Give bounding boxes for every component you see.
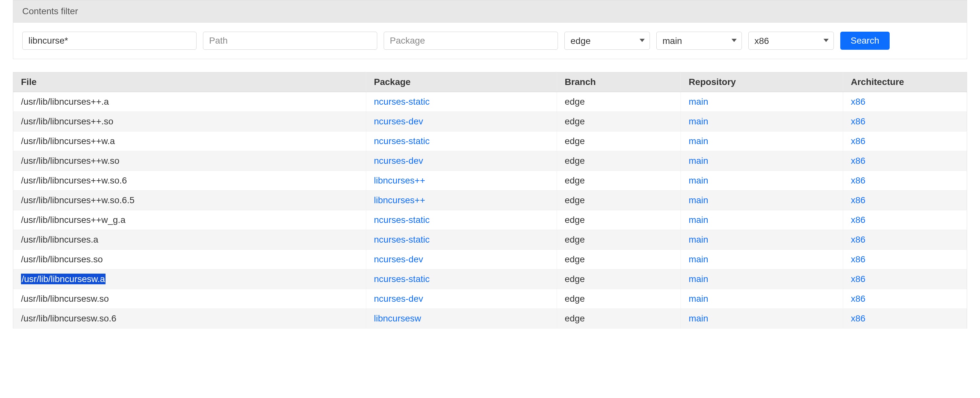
architecture-link[interactable]: x86: [851, 235, 865, 245]
package-link[interactable]: libncurses++: [374, 176, 425, 185]
contents-filter-form: edge main x86 Search: [13, 22, 967, 59]
contents-filter-title: Contents filter: [13, 0, 967, 22]
contents-filter-panel: Contents filter edge main x86 Search: [13, 0, 967, 59]
cell-architecture: x86: [843, 190, 967, 210]
cell-repository: main: [681, 230, 843, 250]
col-header-architecture: Architecture: [843, 72, 967, 92]
cell-package: ncurses-static: [366, 92, 557, 112]
cell-branch: edge: [557, 112, 681, 131]
package-link[interactable]: ncurses-static: [374, 274, 430, 284]
col-header-repository: Repository: [681, 72, 843, 92]
cell-file: /usr/lib/libncursesw.a: [13, 269, 366, 289]
cell-branch: edge: [557, 309, 681, 329]
repository-select[interactable]: main: [656, 32, 742, 50]
package-link[interactable]: ncurses-dev: [374, 254, 423, 264]
cell-package: ncurses-static: [366, 269, 557, 289]
repository-link[interactable]: main: [689, 313, 708, 323]
col-header-package: Package: [366, 72, 557, 92]
repository-link[interactable]: main: [689, 215, 708, 225]
architecture-link[interactable]: x86: [851, 97, 865, 107]
cell-branch: edge: [557, 269, 681, 289]
cell-repository: main: [681, 309, 843, 329]
repository-link[interactable]: main: [689, 116, 708, 126]
highlighted-text: /usr/lib/libncursesw.a: [21, 273, 105, 284]
path-filter-input[interactable]: [203, 32, 377, 50]
repository-link[interactable]: main: [689, 254, 708, 264]
package-link[interactable]: libncurses++: [374, 195, 425, 205]
cell-file: /usr/lib/libncurses++w.so: [13, 151, 366, 171]
cell-file: /usr/lib/libncurses++.so: [13, 112, 366, 131]
package-link[interactable]: ncurses-dev: [374, 156, 423, 166]
cell-package: libncurses++: [366, 190, 557, 210]
cell-package: ncurses-dev: [366, 112, 557, 131]
table-header-row: File Package Branch Repository Architect…: [13, 72, 967, 92]
cell-branch: edge: [557, 230, 681, 250]
cell-file: /usr/lib/libncursesw.so.6: [13, 309, 366, 329]
cell-repository: main: [681, 151, 843, 171]
architecture-link[interactable]: x86: [851, 136, 865, 146]
file-filter-input[interactable]: [22, 32, 197, 50]
package-link[interactable]: ncurses-static: [374, 235, 430, 245]
architecture-link[interactable]: x86: [851, 176, 865, 185]
table-row: /usr/lib/libncurses.soncurses-devedgemai…: [13, 250, 967, 269]
table-row: /usr/lib/libncurses++w.soncurses-devedge…: [13, 151, 967, 171]
cell-architecture: x86: [843, 112, 967, 131]
cell-file: /usr/lib/libncurses++w.so.6.5: [13, 190, 366, 210]
cell-file: /usr/lib/libncurses.a: [13, 230, 366, 250]
package-link[interactable]: ncurses-static: [374, 136, 430, 146]
repository-link[interactable]: main: [689, 294, 708, 304]
branch-select[interactable]: edge: [565, 32, 650, 50]
cell-package: ncurses-static: [366, 230, 557, 250]
cell-file: /usr/lib/libncurses.so: [13, 250, 366, 269]
cell-branch: edge: [557, 250, 681, 269]
cell-architecture: x86: [843, 171, 967, 190]
architecture-link[interactable]: x86: [851, 313, 865, 323]
table-row: /usr/lib/libncurses.ancurses-staticedgem…: [13, 230, 967, 250]
cell-branch: edge: [557, 92, 681, 112]
architecture-link[interactable]: x86: [851, 195, 865, 205]
package-link[interactable]: ncurses-dev: [374, 116, 423, 126]
package-filter-input[interactable]: [384, 32, 558, 50]
repository-link[interactable]: main: [689, 235, 708, 245]
results-table: File Package Branch Repository Architect…: [13, 72, 967, 329]
package-link[interactable]: ncurses-static: [374, 215, 430, 225]
repository-link[interactable]: main: [689, 176, 708, 185]
repository-link[interactable]: main: [689, 136, 708, 146]
cell-repository: main: [681, 250, 843, 269]
cell-architecture: x86: [843, 230, 967, 250]
cell-branch: edge: [557, 131, 681, 151]
package-link[interactable]: ncurses-dev: [374, 294, 423, 304]
package-link[interactable]: ncurses-static: [374, 97, 430, 107]
repository-link[interactable]: main: [689, 195, 708, 205]
table-row: /usr/lib/libncurses++w_g.ancurses-static…: [13, 210, 967, 230]
architecture-link[interactable]: x86: [851, 215, 865, 225]
repository-link[interactable]: main: [689, 274, 708, 284]
table-row: /usr/lib/libncursesw.ancurses-staticedge…: [13, 269, 967, 289]
cell-package: ncurses-dev: [366, 250, 557, 269]
cell-repository: main: [681, 210, 843, 230]
architecture-link[interactable]: x86: [851, 294, 865, 304]
architecture-link[interactable]: x86: [851, 274, 865, 284]
search-button[interactable]: Search: [840, 32, 890, 50]
cell-repository: main: [681, 289, 843, 309]
cell-repository: main: [681, 269, 843, 289]
architecture-link[interactable]: x86: [851, 116, 865, 126]
cell-branch: edge: [557, 151, 681, 171]
cell-file: /usr/lib/libncurses++w.a: [13, 131, 366, 151]
cell-package: libncurses++: [366, 171, 557, 190]
cell-repository: main: [681, 112, 843, 131]
architecture-link[interactable]: x86: [851, 254, 865, 264]
cell-file: /usr/lib/libncurses++w.so.6: [13, 171, 366, 190]
architecture-link[interactable]: x86: [851, 156, 865, 166]
cell-package: ncurses-dev: [366, 289, 557, 309]
repository-link[interactable]: main: [689, 97, 708, 107]
table-row: /usr/lib/libncursesw.so.6libncurseswedge…: [13, 309, 967, 329]
cell-branch: edge: [557, 289, 681, 309]
cell-package: libncursesw: [366, 309, 557, 329]
repository-link[interactable]: main: [689, 156, 708, 166]
table-row: /usr/lib/libncurses++.ancurses-staticedg…: [13, 92, 967, 112]
architecture-select[interactable]: x86: [748, 32, 834, 50]
cell-file: /usr/lib/libncurses++.a: [13, 92, 366, 112]
package-link[interactable]: libncursesw: [374, 313, 421, 323]
table-row: /usr/lib/libncurses++w.ancurses-staticed…: [13, 131, 967, 151]
